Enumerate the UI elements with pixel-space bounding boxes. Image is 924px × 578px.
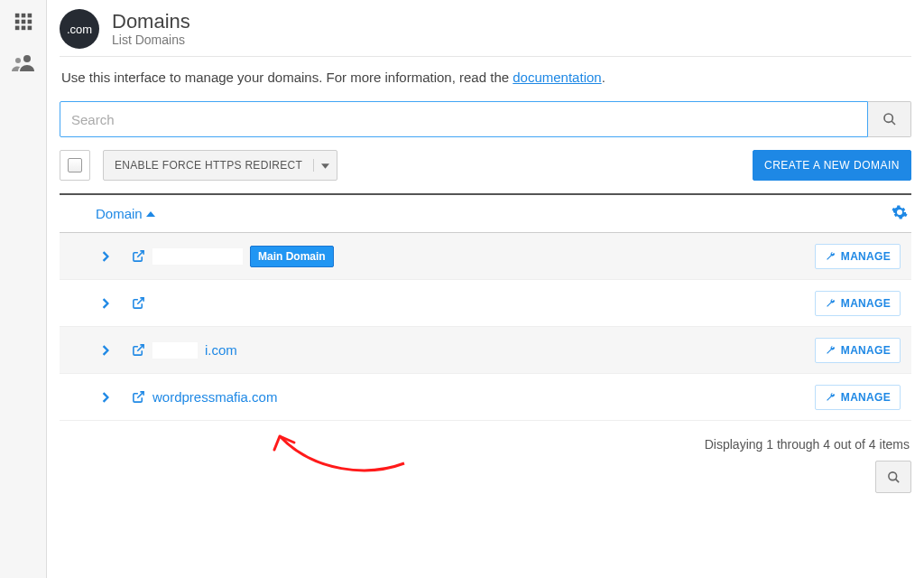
svg-line-14	[895, 479, 899, 482]
svg-rect-8	[27, 26, 32, 31]
manage-button[interactable]: MANAGE	[815, 338, 901, 363]
select-all-checkbox[interactable]	[60, 150, 90, 181]
external-link-icon[interactable]	[132, 249, 145, 263]
search-bar	[60, 101, 911, 137]
search-button[interactable]	[868, 101, 911, 137]
caret-down-icon[interactable]	[313, 159, 329, 172]
table-settings-icon[interactable]	[892, 204, 908, 223]
domains-logo: .com	[60, 9, 99, 49]
manage-button[interactable]: MANAGE	[815, 244, 901, 269]
footer-search-button[interactable]	[875, 461, 911, 493]
apps-grid-icon[interactable]	[11, 9, 36, 34]
svg-point-13	[888, 471, 896, 480]
intro-text: Use this interface to manage your domain…	[61, 70, 910, 85]
main-domain-badge: Main Domain	[250, 246, 334, 267]
table-row: MANAGE	[60, 280, 911, 327]
table-row: Main Domain MANAGE	[60, 233, 911, 280]
external-link-icon[interactable]	[132, 390, 145, 404]
users-icon[interactable]	[11, 51, 36, 76]
documentation-link[interactable]: documentation	[513, 70, 601, 85]
wrench-icon	[825, 251, 836, 262]
svg-rect-3	[14, 20, 19, 24]
left-sidebar	[0, 0, 47, 578]
search-input[interactable]	[60, 101, 868, 137]
wrench-icon	[825, 345, 836, 356]
svg-point-9	[23, 55, 31, 62]
svg-rect-4	[21, 20, 25, 24]
main-content: .com Domains List Domains Use this inter…	[47, 0, 924, 578]
domain-name-obscured	[152, 248, 243, 265]
external-link-icon[interactable]	[132, 296, 145, 310]
page-title: Domains	[112, 11, 190, 33]
expand-row-icon[interactable]	[92, 345, 119, 356]
table-header: Domain	[60, 193, 911, 233]
svg-rect-2	[27, 14, 32, 18]
domain-name-obscured	[152, 342, 198, 359]
wrench-icon	[825, 298, 836, 309]
table-row: i.com MANAGE	[60, 327, 911, 374]
domain-rows: Main Domain MANAGE MANAGE	[60, 233, 911, 421]
svg-rect-7	[21, 26, 25, 31]
domain-link[interactable]: wordpressmafia.com	[152, 389, 277, 405]
svg-rect-5	[27, 20, 32, 24]
expand-row-icon[interactable]	[92, 251, 119, 262]
page-header: .com Domains List Domains	[60, 0, 911, 57]
table-row: wordpressmafia.com MANAGE	[60, 374, 911, 421]
manage-button[interactable]: MANAGE	[815, 291, 901, 316]
svg-rect-1	[21, 14, 25, 18]
toolbar: ENABLE FORCE HTTPS REDIRECT CREATE A NEW…	[60, 150, 911, 181]
create-domain-button[interactable]: CREATE A NEW DOMAIN	[753, 150, 911, 181]
external-link-icon[interactable]	[132, 343, 145, 357]
expand-row-icon[interactable]	[92, 298, 119, 309]
sort-asc-icon	[146, 210, 155, 218]
sort-domain-column[interactable]: Domain	[96, 206, 155, 221]
domain-name-obscured	[152, 295, 216, 312]
pagination-summary: Displaying 1 through 4 out of 4 items	[60, 421, 911, 452]
domain-link[interactable]: i.com	[205, 342, 237, 358]
manage-button[interactable]: MANAGE	[815, 385, 901, 410]
force-https-button[interactable]: ENABLE FORCE HTTPS REDIRECT	[103, 150, 337, 181]
svg-rect-6	[14, 26, 19, 31]
svg-point-11	[884, 114, 892, 122]
svg-point-10	[15, 58, 21, 63]
wrench-icon	[825, 392, 836, 403]
expand-row-icon[interactable]	[92, 392, 119, 403]
svg-rect-0	[14, 14, 19, 18]
svg-line-12	[892, 121, 895, 125]
page-subtitle: List Domains	[112, 33, 190, 47]
